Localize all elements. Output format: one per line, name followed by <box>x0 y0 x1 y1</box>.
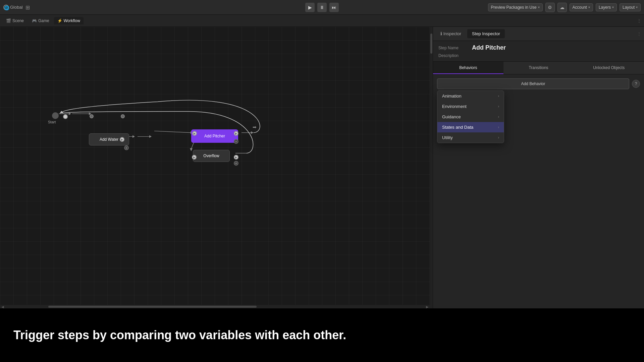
unlocked-objects-tab-label: Unlocked Objects <box>593 65 625 70</box>
step-name-row: Step Name Add Pitcher <box>438 44 639 51</box>
bottom-text-content: Trigger steps by comparing two variables… <box>13 328 346 342</box>
menu-item-environment[interactable]: Environment › <box>437 101 504 112</box>
dot-add-water-out: + <box>124 145 129 150</box>
overflow-label: Overflow <box>203 154 219 158</box>
cloud-icon-button[interactable]: ☁ <box>557 3 567 12</box>
layout-button[interactable]: Layout ▾ <box>620 3 641 11</box>
top-bar: 🌐 Global ⊞ ▶ ⏸ ⏭ Preview Packages in Use… <box>0 0 644 15</box>
description-row: Description <box>438 53 639 58</box>
right-panel: ℹ Inspector Step Inspector ⋮ Step Name A… <box>433 27 644 308</box>
menu-utility-label: Utility <box>442 135 453 140</box>
dot-add-pitcher-in: ▶ <box>192 131 197 136</box>
dot-overflow-plus[interactable]: + <box>234 161 238 166</box>
canvas-scrollbar-h-thumb[interactable] <box>7 306 423 308</box>
tab-game[interactable]: 🎮 Game <box>29 17 53 24</box>
scene-icon: 🎬 <box>6 18 11 23</box>
dot-overflow-out: ▶ <box>234 155 238 160</box>
tab-more[interactable]: ⋮ <box>637 18 641 23</box>
add-behavior-row: Add Behavior ? <box>437 78 640 89</box>
canvas-scroll-right-arrow[interactable]: ▶ <box>425 305 430 309</box>
menu-item-states-and-data[interactable]: States and Data › <box>437 122 504 132</box>
node-start[interactable] <box>52 112 59 119</box>
transitions-tab-label: Transitions <box>529 65 548 70</box>
grid-icon[interactable]: ⊞ <box>25 4 32 10</box>
dot-add-pitcher-plus[interactable]: + <box>234 139 238 144</box>
game-icon: 🎮 <box>32 18 37 23</box>
dot-mid2 <box>121 114 125 118</box>
menu-states-data-label: States and Data <box>442 125 473 130</box>
add-water-label: Add Water <box>100 137 118 142</box>
canvas-scrollbar-v[interactable] <box>430 27 433 308</box>
settings-icon-button[interactable]: ⚙ <box>545 3 555 12</box>
global-button[interactable]: 🌐 Global <box>3 5 23 10</box>
menu-environment-label: Environment <box>442 104 467 109</box>
layers-button[interactable]: Layers ▾ <box>596 3 617 11</box>
right-panel-tabs: ℹ Inspector Step Inspector ⋮ <box>433 27 644 41</box>
tab-workflow-label: Workflow <box>64 18 80 23</box>
canvas-scrollbar-h-thumb-inner <box>48 306 257 308</box>
menu-item-animation[interactable]: Animation › <box>437 91 504 101</box>
preview-packages-label: Preview Packages in Use <box>491 5 537 10</box>
skip-button[interactable]: ⏭ <box>329 3 339 12</box>
behavior-tab-transitions[interactable]: Transitions <box>503 62 574 74</box>
behaviors-tab-label: Behaviors <box>459 65 477 70</box>
tab-inspector-label: Inspector <box>443 31 461 36</box>
dot-add-water-in: ▶ <box>120 137 124 142</box>
tab-step-inspector-label: Step Inspector <box>472 31 500 36</box>
right-panel-more[interactable]: ⋮ <box>637 31 641 36</box>
add-pitcher-label: Add Pitcher <box>204 134 225 138</box>
account-arrow: ▾ <box>588 5 590 9</box>
tab-inspector[interactable]: ℹ Inspector <box>436 29 466 38</box>
top-bar-right: Preview Packages in Use ▾ ⚙ ☁ Account ▾ … <box>488 3 641 12</box>
tab-step-inspector[interactable]: Step Inspector <box>467 29 505 38</box>
description-label: Description <box>438 53 469 58</box>
help-button[interactable]: ? <box>632 80 640 88</box>
canvas-scrollbar-v-thumb[interactable] <box>430 34 432 54</box>
step-name-value: Add Pitcher <box>472 44 506 51</box>
canvas-area[interactable]: Start ▶ Add Water ▶ + Add Pitcher ▶ ▶ + … <box>0 27 433 308</box>
account-button[interactable]: Account ▾ <box>570 3 593 11</box>
step-name-label: Step Name <box>438 46 469 50</box>
menu-animation-chevron: › <box>498 94 499 98</box>
behavior-dropdown-menu: Animation › Environment › Guidance › Sta… <box>437 90 504 143</box>
loop-end-arrow: ➡ <box>253 124 257 130</box>
dot-mid1 <box>90 114 94 118</box>
behavior-tab-behaviors[interactable]: Behaviors <box>433 62 503 74</box>
layers-label: Layers <box>599 5 611 10</box>
dot-start-out: ▶ <box>63 114 68 119</box>
tab-scene[interactable]: 🎬 Scene <box>3 17 27 24</box>
dot-add-pitcher-out: ▶ <box>234 131 238 136</box>
pause-button[interactable]: ⏸ <box>317 3 327 12</box>
menu-environment-chevron: › <box>498 105 499 108</box>
dot-overflow-in: ▶ <box>192 155 197 160</box>
menu-item-utility[interactable]: Utility › <box>437 132 504 143</box>
top-bar-center: ▶ ⏸ ⏭ <box>305 3 339 12</box>
help-icon: ? <box>635 81 637 86</box>
inspector-icon: ℹ <box>440 31 442 36</box>
menu-states-data-chevron: › <box>498 125 499 129</box>
canvas-scroll-left-arrow[interactable]: ◀ <box>0 305 5 309</box>
preview-packages-button[interactable]: Preview Packages in Use ▾ <box>488 3 543 11</box>
bottom-text-bar: Trigger steps by comparing two variables… <box>0 308 644 362</box>
step-fields: Step Name Add Pitcher Description <box>433 41 644 62</box>
tab-bar: 🎬 Scene 🎮 Game ⚡ Workflow ⋮ <box>0 15 644 27</box>
node-overflow[interactable]: Overflow <box>193 150 230 162</box>
tab-scene-label: Scene <box>12 18 24 23</box>
top-bar-left: 🌐 Global ⊞ <box>3 4 485 10</box>
node-add-pitcher[interactable]: Add Pitcher <box>191 129 238 143</box>
menu-item-guidance[interactable]: Guidance › <box>437 112 504 122</box>
play-button[interactable]: ▶ <box>305 3 315 12</box>
canvas-scrollbar-h[interactable]: ◀ ▶ <box>0 305 430 308</box>
add-behavior-button[interactable]: Add Behavior <box>437 78 629 89</box>
behavior-content: Add Behavior ? Animation › Environment ›… <box>433 74 644 308</box>
globe-icon: 🌐 <box>3 5 9 10</box>
node-start-label: Start <box>48 120 56 124</box>
tab-workflow[interactable]: ⚡ Workflow <box>54 17 84 24</box>
preview-packages-arrow: ▾ <box>538 5 540 9</box>
account-label: Account <box>573 5 587 10</box>
layout-arrow: ▾ <box>636 5 638 9</box>
behavior-tab-unlocked-objects[interactable]: Unlocked Objects <box>574 62 644 74</box>
workflow-icon: ⚡ <box>57 18 62 23</box>
menu-guidance-chevron: › <box>498 115 499 119</box>
tab-game-label: Game <box>38 18 49 23</box>
